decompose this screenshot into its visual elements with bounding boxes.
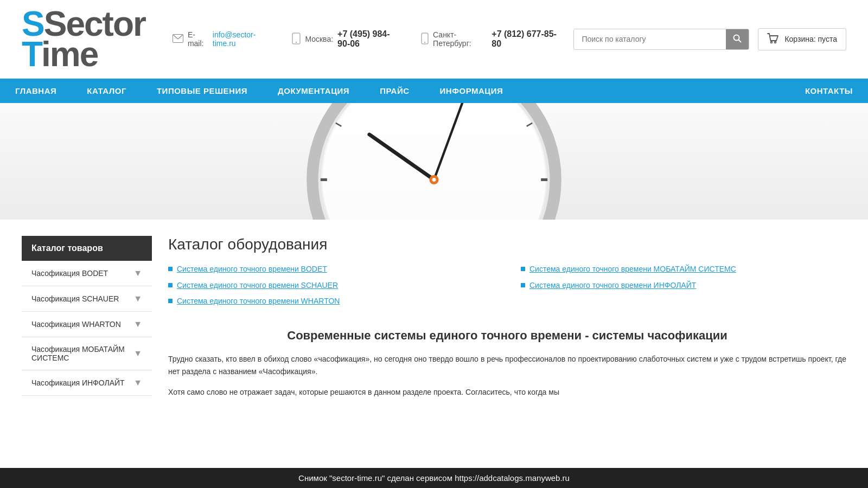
email-icon (173, 34, 183, 44)
sidebar-item-wharton[interactable]: Часофикация WHARTON ▼ (22, 312, 152, 337)
catalog-link-item-2: Система единого точного времени SCHAUER (168, 280, 494, 291)
catalog-link-item-4: Система единого точного времени МОБАТАЙМ… (521, 264, 846, 275)
catalog-link-wharton[interactable]: Система единого точного времени WHARTON (177, 296, 340, 307)
catalog-title: Каталог оборудования (168, 236, 846, 253)
catalog-link-infolajt[interactable]: Система единого точного времени ИНФОЛАЙТ (529, 280, 696, 291)
svg-point-4 (424, 42, 425, 43)
nav-item-price[interactable]: ПРАЙС (365, 79, 424, 103)
phone-icon (292, 33, 301, 46)
svg-point-28 (432, 178, 436, 182)
spb-label: Санкт-Петербург: (433, 30, 487, 48)
sidebar-item-bodet[interactable]: Часофикация BODET ▼ (22, 261, 152, 286)
header-contacts: E-mail: info@sector-time.ru Москва: +7 (… (173, 29, 558, 49)
catalog-link-mobatajm[interactable]: Система единого точного времени МОБАТАЙМ… (529, 264, 736, 275)
content-area: Каталог оборудования Система единого точ… (168, 236, 846, 399)
moscow-contact: Москва: +7 (495) 984-90-06 (292, 29, 399, 49)
nav-item-info[interactable]: ИНФОРМАЦИЯ (425, 79, 519, 103)
spb-phone: +7 (812) 677-85-80 (492, 29, 557, 49)
catalog-links: Система единого точного времени BODET Си… (168, 264, 846, 312)
search-box (573, 29, 749, 50)
chevron-right-icon-4: ▼ (133, 349, 142, 358)
header: SSector Time E-mail: info@sector-time.ru… (0, 0, 868, 79)
sidebar-item-wharton-label: Часофикация WHARTON (31, 320, 121, 329)
nav-item-catalog[interactable]: КАТАЛОГ (72, 79, 142, 103)
main-nav: ГЛАВНАЯ КАТАЛОГ ТИПОВЫЕ РЕШЕНИЯ ДОКУМЕНТ… (0, 79, 868, 103)
svg-point-2 (296, 42, 297, 43)
nav-item-docs[interactable]: ДОКУМЕНТАЦИЯ (263, 79, 365, 103)
section-title: Современные системы единого точного врем… (168, 328, 846, 344)
mobile-icon (421, 33, 429, 46)
svg-point-11 (322, 103, 545, 220)
header-actions: Корзина: пуста (573, 28, 846, 50)
search-icon (733, 34, 742, 43)
clock-illustration: XII (222, 103, 646, 220)
footer-bar: Снимок "sector-time.ru" сделан сервисом … (0, 468, 868, 488)
main-content: Каталог товаров Часофикация BODET ▼ Часо… (0, 220, 868, 415)
svg-line-6 (739, 40, 742, 42)
sidebar: Каталог товаров Часофикация BODET ▼ Часо… (22, 236, 152, 399)
cart-label: Корзина: пуста (784, 35, 837, 43)
email-link[interactable]: info@sector-time.ru (213, 30, 271, 48)
bullet-icon-3 (168, 299, 173, 303)
svg-point-8 (775, 41, 776, 43)
spb-contact: Санкт-Петербург: +7 (812) 677-85-80 (421, 29, 557, 49)
sidebar-item-schauer-label: Часофикация SCHAUER (31, 294, 119, 303)
moscow-label: Москва: (305, 35, 333, 43)
email-contact: E-mail: info@sector-time.ru (173, 30, 271, 48)
catalog-link-schauer[interactable]: Система единого точного времени SCHAUER (177, 280, 338, 291)
chevron-right-icon-5: ▼ (133, 378, 142, 388)
search-input[interactable] (574, 29, 726, 49)
catalog-link-item-3: Система единого точного времени WHARTON (168, 296, 494, 307)
nav-item-contacts[interactable]: КОНТАКТЫ (790, 79, 868, 103)
svg-point-7 (771, 41, 773, 43)
moscow-phone: +7 (495) 984-90-06 (337, 29, 399, 49)
catalog-link-bodet[interactable]: Система единого точного времени BODET (177, 264, 327, 275)
catalog-link-item-1: Система единого точного времени BODET (168, 264, 494, 275)
bullet-icon-5 (521, 283, 525, 287)
chevron-right-icon-2: ▼ (133, 294, 142, 304)
bullet-icon (168, 267, 173, 271)
email-label: E-mail: (188, 30, 208, 48)
catalog-links-left: Система единого точного времени BODET Си… (168, 264, 494, 312)
hero-banner: XII (0, 103, 868, 220)
paragraph-2: Хотя само слово не отражает задач, котор… (168, 386, 846, 399)
chevron-right-icon: ▼ (133, 268, 142, 278)
nav-item-solutions[interactable]: ТИПОВЫЕ РЕШЕНИЯ (142, 79, 263, 103)
cart-icon (767, 33, 779, 46)
sidebar-item-schauer[interactable]: Часофикация SCHAUER ▼ (22, 286, 152, 312)
catalog-link-item-5: Система единого точного времени ИНФОЛАЙТ (521, 280, 846, 291)
sidebar-title: Каталог товаров (22, 236, 152, 261)
sidebar-item-infolajt-label: Часофикация ИНФОЛАЙТ (31, 378, 125, 387)
sidebar-item-infolajt[interactable]: Часофикация ИНФОЛАЙТ ▼ (22, 370, 152, 396)
bullet-icon-4 (521, 267, 525, 271)
paragraph-1: Трудно сказать, кто ввел в обиход слово … (168, 353, 846, 379)
cart-button[interactable]: Корзина: пуста (758, 28, 846, 50)
logo[interactable]: SSector Time (22, 7, 145, 72)
sidebar-item-mobatajm[interactable]: Часофикация МОБАТАЙМ СИСТЕМС ▼ (22, 337, 152, 370)
nav-item-home[interactable]: ГЛАВНАЯ (0, 79, 72, 103)
footer-text: Снимок "sector-time.ru" сделан сервисом … (298, 473, 570, 483)
search-button[interactable] (726, 29, 749, 49)
svg-point-5 (734, 35, 739, 40)
chevron-right-icon-3: ▼ (133, 319, 142, 329)
catalog-links-right: Система единого точного времени МОБАТАЙМ… (521, 264, 846, 312)
sidebar-item-bodet-label: Часофикация BODET (31, 269, 108, 278)
bullet-icon-2 (168, 283, 173, 287)
sidebar-item-mobatajm-label: Часофикация МОБАТАЙМ СИСТЕМС (31, 345, 133, 362)
